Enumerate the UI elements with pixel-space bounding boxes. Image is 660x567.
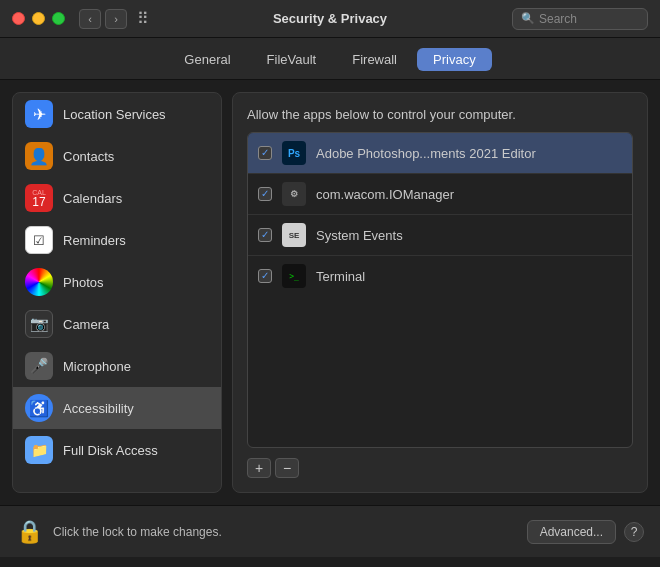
app-checkbox-sysevents[interactable] bbox=[258, 228, 272, 242]
app-name-terminal: Terminal bbox=[316, 269, 365, 284]
grid-button[interactable]: ⠿ bbox=[137, 9, 149, 28]
calendars-icon: CAL 17 bbox=[25, 184, 53, 212]
app-name-photoshop: Adobe Photoshop...ments 2021 Editor bbox=[316, 146, 536, 161]
app-name-wacom: com.wacom.IOManager bbox=[316, 187, 454, 202]
main-area: ✈ Location Services 👤 Contacts CAL 17 Ca… bbox=[0, 80, 660, 505]
sidebar-item-label-photos: Photos bbox=[63, 275, 103, 290]
search-box[interactable]: 🔍 bbox=[512, 8, 648, 30]
back-button[interactable]: ‹ bbox=[79, 9, 101, 29]
app-checkbox-wacom[interactable] bbox=[258, 187, 272, 201]
maximize-button[interactable] bbox=[52, 12, 65, 25]
sidebar-item-label-camera: Camera bbox=[63, 317, 109, 332]
traffic-lights bbox=[12, 12, 65, 25]
sidebar-item-label-reminders: Reminders bbox=[63, 233, 126, 248]
add-app-button[interactable]: + bbox=[247, 458, 271, 478]
camera-icon: 📷 bbox=[25, 310, 53, 338]
reminders-icon: ☑ bbox=[25, 226, 53, 254]
window-title: Security & Privacy bbox=[273, 11, 387, 26]
sidebar-item-label-contacts: Contacts bbox=[63, 149, 114, 164]
app-row-photoshop[interactable]: Ps Adobe Photoshop...ments 2021 Editor bbox=[248, 133, 632, 174]
photoshop-icon: Ps bbox=[282, 141, 306, 165]
minimize-button[interactable] bbox=[32, 12, 45, 25]
sidebar-item-location[interactable]: ✈ Location Services bbox=[13, 93, 221, 135]
sidebar-item-accessibility[interactable]: ♿ Accessibility bbox=[13, 387, 221, 429]
titlebar: ‹ › ⠿ Security & Privacy 🔍 bbox=[0, 0, 660, 38]
app-checkbox-photoshop[interactable] bbox=[258, 146, 272, 160]
help-button[interactable]: ? bbox=[624, 522, 644, 542]
sidebar-item-contacts[interactable]: 👤 Contacts bbox=[13, 135, 221, 177]
forward-button[interactable]: › bbox=[105, 9, 127, 29]
search-input[interactable] bbox=[539, 12, 639, 26]
sidebar-item-label-location: Location Services bbox=[63, 107, 166, 122]
bottom-right: Advanced... ? bbox=[527, 520, 644, 544]
remove-app-button[interactable]: − bbox=[275, 458, 299, 478]
bottombar: 🔒 Click the lock to make changes. Advanc… bbox=[0, 505, 660, 557]
nav-arrows: ‹ › bbox=[79, 9, 127, 29]
tab-filevault[interactable]: FileVault bbox=[251, 48, 333, 71]
tabbar: General FileVault Firewall Privacy bbox=[0, 38, 660, 80]
app-row-sysevents[interactable]: SE System Events bbox=[248, 215, 632, 256]
close-button[interactable] bbox=[12, 12, 25, 25]
sidebar-item-microphone[interactable]: 🎤 Microphone bbox=[13, 345, 221, 387]
search-icon: 🔍 bbox=[521, 12, 535, 25]
sysevents-icon: SE bbox=[282, 223, 306, 247]
content-panel: Allow the apps below to control your com… bbox=[232, 92, 648, 493]
sidebar-item-reminders[interactable]: ☑ Reminders bbox=[13, 219, 221, 261]
fulldisk-icon: 📁 bbox=[25, 436, 53, 464]
lock-icon[interactable]: 🔒 bbox=[16, 519, 43, 545]
app-checkbox-terminal[interactable] bbox=[258, 269, 272, 283]
app-row-terminal[interactable]: >_ Terminal bbox=[248, 256, 632, 296]
microphone-icon: 🎤 bbox=[25, 352, 53, 380]
sidebar-item-label-microphone: Microphone bbox=[63, 359, 131, 374]
sidebar-item-label-accessibility: Accessibility bbox=[63, 401, 134, 416]
sidebar-item-label-fulldisk: Full Disk Access bbox=[63, 443, 158, 458]
sidebar-item-photos[interactable]: Photos bbox=[13, 261, 221, 303]
photos-icon bbox=[25, 268, 53, 296]
list-actions: + − bbox=[247, 458, 633, 478]
sidebar-item-calendars[interactable]: CAL 17 Calendars bbox=[13, 177, 221, 219]
sidebar-item-label-calendars: Calendars bbox=[63, 191, 122, 206]
apps-list: Ps Adobe Photoshop...ments 2021 Editor ⚙… bbox=[247, 132, 633, 448]
lock-text: Click the lock to make changes. bbox=[53, 525, 222, 539]
tab-privacy[interactable]: Privacy bbox=[417, 48, 492, 71]
location-icon: ✈ bbox=[25, 100, 53, 128]
advanced-button[interactable]: Advanced... bbox=[527, 520, 616, 544]
lock-section: 🔒 Click the lock to make changes. bbox=[16, 519, 222, 545]
accessibility-icon: ♿ bbox=[25, 394, 53, 422]
contacts-icon: 👤 bbox=[25, 142, 53, 170]
content-description: Allow the apps below to control your com… bbox=[247, 107, 633, 122]
terminal-icon: >_ bbox=[282, 264, 306, 288]
tab-firewall[interactable]: Firewall bbox=[336, 48, 413, 71]
app-row-wacom[interactable]: ⚙ com.wacom.IOManager bbox=[248, 174, 632, 215]
app-name-sysevents: System Events bbox=[316, 228, 403, 243]
sidebar-item-camera[interactable]: 📷 Camera bbox=[13, 303, 221, 345]
tab-general[interactable]: General bbox=[168, 48, 246, 71]
wacom-icon: ⚙ bbox=[282, 182, 306, 206]
sidebar-item-fulldisk[interactable]: 📁 Full Disk Access bbox=[13, 429, 221, 471]
sidebar: ✈ Location Services 👤 Contacts CAL 17 Ca… bbox=[12, 92, 222, 493]
